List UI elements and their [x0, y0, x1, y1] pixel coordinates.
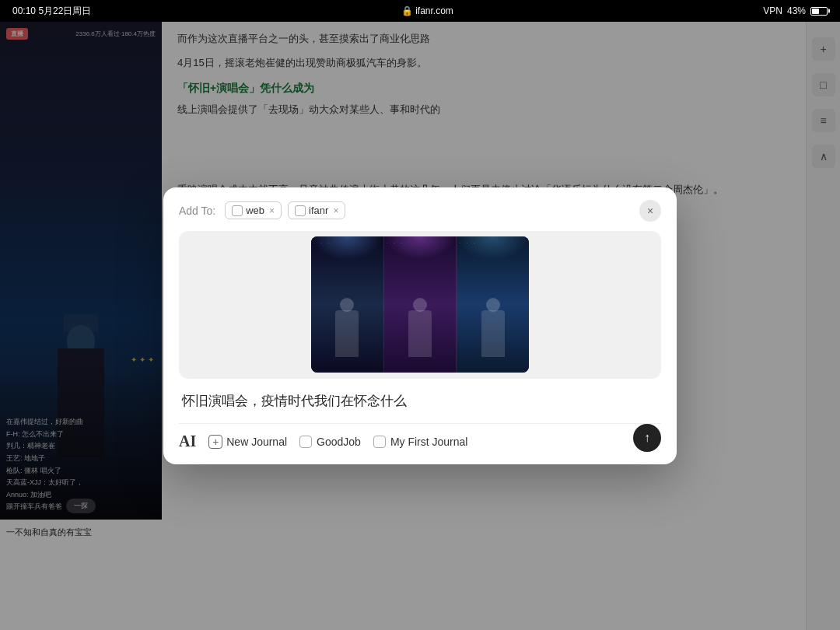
concert-col-1: · · ·: [311, 236, 384, 373]
status-time: 00:10 5月22日周日: [12, 5, 91, 18]
vpn-label: VPN: [763, 5, 782, 16]
share-modal: Add To: web × ifanr × ×: [163, 187, 677, 465]
tag-ifanr-remove[interactable]: ×: [333, 205, 338, 216]
goodjob-checkbox[interactable]: [299, 436, 312, 448]
separator: [179, 423, 661, 424]
status-indicators: VPN 43%: [763, 5, 828, 16]
add-to-label: Add To:: [179, 205, 215, 217]
tag-web-label: web: [246, 205, 264, 216]
tag-web[interactable]: web ×: [225, 201, 282, 219]
concert-col-3: · · ·: [457, 236, 529, 373]
submit-button[interactable]: ↑: [633, 424, 661, 452]
article-image: · · · · · · · · ·: [311, 236, 529, 373]
modal-overlay: Add To: web × ifanr × ×: [0, 22, 840, 630]
myfirst-label: My First Journal: [390, 436, 468, 448]
battery-percentage: 43%: [787, 5, 806, 16]
status-bar: 00:10 5月22日周日 🔒 ifanr.com VPN 43%: [0, 0, 840, 22]
tag-ifanr-checkbox[interactable]: [295, 205, 306, 216]
new-journal-button[interactable]: + New Journal: [208, 435, 287, 449]
myfirst-checkbox[interactable]: [373, 436, 386, 448]
status-url: 🔒 ifanr.com: [401, 5, 453, 16]
myfirst-journal-option[interactable]: My First Journal: [373, 436, 468, 448]
tag-web-checkbox[interactable]: [232, 205, 243, 216]
article-image-container: · · · · · · · · ·: [179, 231, 661, 379]
goodjob-journal-option[interactable]: GoodJob: [299, 436, 361, 448]
modal-close-button[interactable]: ×: [639, 200, 661, 222]
modal-tags: web × ifanr ×: [225, 201, 630, 219]
tag-ifanr[interactable]: ifanr ×: [288, 201, 345, 219]
new-journal-plus-icon: +: [208, 435, 222, 449]
modal-header: Add To: web × ifanr × ×: [163, 187, 677, 231]
close-icon: ×: [647, 205, 653, 217]
goodjob-label: GoodJob: [317, 436, 361, 448]
tag-ifanr-label: ifanr: [309, 205, 328, 216]
modal-article-title: 怀旧演唱会，疫情时代我们在怀念什么: [163, 379, 677, 424]
ai-label: AI: [179, 432, 196, 450]
new-journal-label: New Journal: [226, 436, 287, 448]
submit-icon: ↑: [644, 431, 650, 445]
battery-icon: [810, 7, 828, 16]
tag-web-remove[interactable]: ×: [269, 205, 275, 216]
ai-icon: AI: [179, 432, 196, 450]
concert-col-2: · · ·: [384, 236, 457, 373]
modal-bottom-bar: AI + New Journal GoodJob My First Journa…: [163, 423, 677, 464]
